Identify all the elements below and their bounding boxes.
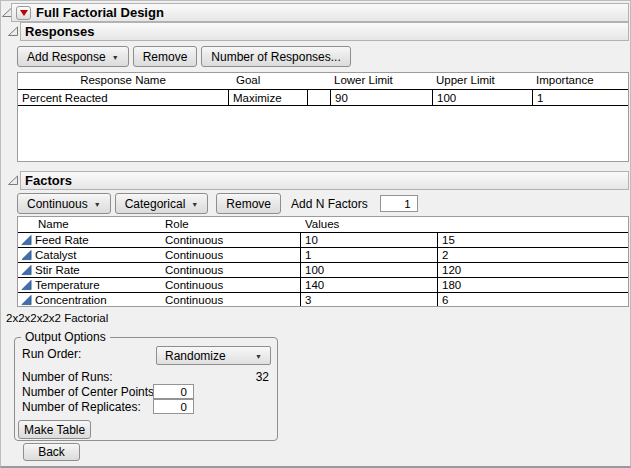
- goal-gap: [308, 90, 330, 105]
- back-button[interactable]: Back: [23, 443, 80, 461]
- continuous-factor-icon: [21, 249, 32, 261]
- column-header-name: Name: [38, 218, 69, 230]
- factor-low-value-cell[interactable]: 3: [300, 293, 437, 307]
- response-importance-cell[interactable]: 1: [532, 90, 628, 105]
- column-header-goal: Goal: [236, 74, 260, 86]
- continuous-factor-icon: [21, 279, 32, 291]
- run-order-value: Randomize: [165, 349, 226, 363]
- dropdown-arrow-icon: ▼: [191, 201, 198, 208]
- full-factorial-design-window: Full Factorial Design Responses Add Resp…: [0, 0, 631, 468]
- remove-factor-label: Remove: [226, 197, 271, 211]
- add-categorical-factor-button[interactable]: Categorical ▼: [115, 193, 209, 214]
- disclosure-triangle-icon[interactable]: [8, 175, 19, 186]
- column-header-lower-limit: Lower Limit: [334, 74, 393, 86]
- make-table-label: Make Table: [24, 423, 85, 437]
- factor-name-cell[interactable]: Stir Rate: [18, 263, 165, 277]
- continuous-factor-icon: [21, 234, 32, 246]
- number-of-runs-value: 32: [231, 370, 269, 384]
- add-response-label: Add Response: [27, 50, 106, 64]
- factor-role-cell[interactable]: Continuous: [165, 293, 300, 307]
- red-triangle-glyph: [20, 10, 28, 16]
- dropdown-arrow-icon: ▼: [112, 54, 119, 61]
- factor-high-value-cell[interactable]: 180: [437, 278, 628, 292]
- page-title: Full Factorial Design: [36, 5, 164, 20]
- factors-section-title: Factors: [25, 173, 72, 188]
- factor-role-cell[interactable]: Continuous: [165, 263, 300, 277]
- factor-low-value-cell[interactable]: 1: [300, 248, 437, 262]
- add-n-factors-label: Add N Factors: [291, 197, 368, 211]
- replicates-label: Number of Replicates:: [22, 400, 141, 414]
- table-row: Feed Rate Continuous 10 15: [18, 233, 628, 248]
- categorical-label: Categorical: [125, 197, 186, 211]
- factor-name-label: Concentration: [35, 294, 107, 306]
- response-name-cell[interactable]: Percent Reacted: [18, 90, 228, 105]
- factor-high-value-cell[interactable]: 120: [437, 263, 628, 277]
- column-header-role: Role: [165, 218, 189, 230]
- column-header-upper-limit: Upper Limit: [436, 74, 495, 86]
- factors-band: Factors: [20, 171, 629, 190]
- factor-name-cell[interactable]: Temperature: [18, 278, 165, 292]
- factor-low-value-cell[interactable]: 10: [300, 233, 437, 247]
- responses-section-title: Responses: [25, 24, 94, 39]
- run-order-label: Run Order:: [22, 347, 81, 361]
- table-row: Temperature Continuous 140 180: [18, 278, 628, 293]
- number-of-responses-label: Number of Responses...: [211, 50, 340, 64]
- responses-button-row: Add Response ▼ Remove Number of Response…: [17, 46, 351, 67]
- table-row: Percent Reacted Maximize 90 100 1: [18, 90, 628, 106]
- factors-button-row: Continuous ▼ Categorical ▼ Remove Add N …: [17, 193, 418, 214]
- title-band: Full Factorial Design: [11, 3, 629, 22]
- output-options-legend: Output Options: [21, 330, 110, 344]
- response-upper-limit-cell[interactable]: 100: [432, 90, 532, 105]
- center-points-input[interactable]: [153, 384, 194, 399]
- remove-factor-button[interactable]: Remove: [216, 193, 281, 214]
- dropdown-arrow-icon: ▼: [255, 353, 262, 360]
- number-of-responses-button[interactable]: Number of Responses...: [201, 46, 350, 67]
- replicates-input[interactable]: [153, 399, 194, 414]
- factor-name-cell[interactable]: Feed Rate: [18, 233, 165, 247]
- continuous-factor-icon: [21, 294, 32, 306]
- column-header-response-name: Response Name: [18, 74, 228, 86]
- table-row: Concentration Continuous 3 6: [18, 293, 628, 307]
- continuous-label: Continuous: [27, 197, 88, 211]
- factor-name-label: Catalyst: [35, 249, 77, 261]
- factor-name-label: Feed Rate: [35, 234, 89, 246]
- disclosure-triangle-icon[interactable]: [8, 26, 19, 37]
- remove-response-button[interactable]: Remove: [133, 46, 198, 67]
- number-of-runs-label: Number of Runs:: [22, 370, 113, 384]
- factor-high-value-cell[interactable]: 15: [437, 233, 628, 247]
- responses-table-header: Response Name Goal Lower Limit Upper Lim…: [18, 73, 628, 90]
- response-goal-cell[interactable]: Maximize: [228, 90, 308, 105]
- factor-name-cell[interactable]: Catalyst: [18, 248, 165, 262]
- remove-response-label: Remove: [143, 50, 188, 64]
- factor-role-cell[interactable]: Continuous: [165, 233, 300, 247]
- dropdown-arrow-icon: ▼: [94, 201, 101, 208]
- factor-low-value-cell[interactable]: 140: [300, 278, 437, 292]
- factors-table: Name Role Values Feed Rate Continuous 10…: [17, 216, 629, 307]
- continuous-factor-icon: [21, 264, 32, 276]
- factor-name-label: Stir Rate: [35, 264, 80, 276]
- run-order-dropdown[interactable]: Randomize ▼: [156, 346, 271, 365]
- column-header-importance: Importance: [536, 74, 594, 86]
- factor-high-value-cell[interactable]: 6: [437, 293, 628, 307]
- design-summary-label: 2x2x2x2x2 Factorial: [6, 312, 108, 324]
- center-points-label: Number of Center Points:: [22, 385, 157, 399]
- responses-band: Responses: [20, 22, 629, 41]
- table-row: Catalyst Continuous 1 2: [18, 248, 628, 263]
- factor-role-cell[interactable]: Continuous: [165, 248, 300, 262]
- add-n-factors-input[interactable]: [380, 195, 418, 212]
- table-row: Stir Rate Continuous 100 120: [18, 263, 628, 278]
- red-triangle-menu-icon[interactable]: [16, 6, 31, 20]
- factor-name-cell[interactable]: Concentration: [18, 293, 165, 307]
- factor-high-value-cell[interactable]: 2: [437, 248, 628, 262]
- factor-low-value-cell[interactable]: 100: [300, 263, 437, 277]
- add-continuous-factor-button[interactable]: Continuous ▼: [17, 193, 111, 214]
- response-lower-limit-cell[interactable]: 90: [330, 90, 432, 105]
- factors-table-header: Name Role Values: [18, 217, 628, 233]
- back-label: Back: [38, 445, 65, 459]
- responses-table: Response Name Goal Lower Limit Upper Lim…: [17, 72, 629, 162]
- make-table-button[interactable]: Make Table: [18, 420, 91, 439]
- factor-name-label: Temperature: [35, 279, 100, 291]
- column-header-values: Values: [305, 218, 339, 230]
- add-response-button[interactable]: Add Response ▼: [17, 46, 129, 67]
- factor-role-cell[interactable]: Continuous: [165, 278, 300, 292]
